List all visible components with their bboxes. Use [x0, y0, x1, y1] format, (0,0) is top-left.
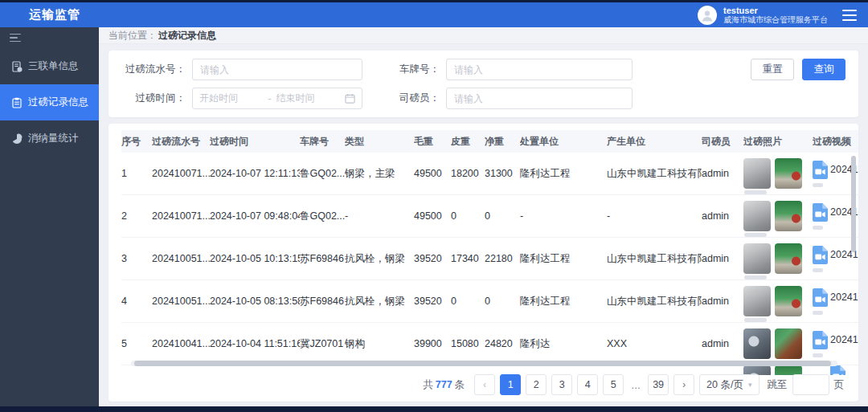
column-header: 司磅员	[702, 135, 743, 149]
page-size-select[interactable]: 20 条/页 ▾	[699, 374, 759, 395]
chevron-left-icon[interactable]: ‹	[474, 374, 495, 395]
jump-suffix: 页	[834, 378, 845, 392]
app-window: 运输监管 testuser 威海市城市综合管理服务平台 三联单信息过磅记录信息消…	[0, 2, 868, 406]
sidebar-menu: 三联单信息过磅记录信息消纳量统计	[0, 48, 99, 157]
pagination-ellipsis[interactable]: ...	[628, 374, 643, 395]
vertical-scrollbar[interactable]	[851, 156, 856, 252]
pagination-page-2[interactable]: 2	[526, 374, 547, 395]
table-header-row: 序号过磅流水号过磅时间车牌号类型毛重皮重净重处置单位产生单位司磅员过磅照片过磅视…	[121, 130, 858, 153]
app-header: 运输监管 testuser 威海市城市综合管理服务平台	[0, 2, 868, 27]
conveyor-photo[interactable]	[775, 328, 802, 359]
column-header: 过磅流水号	[152, 135, 210, 149]
clipboard-icon	[10, 96, 23, 108]
thumbnail-caption	[744, 275, 767, 279]
thumbnail-caption	[744, 318, 767, 322]
cell-disposal: 隆利达工程	[520, 295, 607, 308]
road-photo[interactable]	[743, 286, 771, 316]
pagination-page-39[interactable]: 39	[648, 374, 669, 395]
cell-net: 0	[485, 296, 520, 307]
column-header: 净重	[485, 135, 520, 149]
video-caption	[813, 353, 823, 357]
cell-producer: XXX	[607, 338, 702, 349]
table-row: 2202410071...2024-10-07 09:48:04鲁GQ02...…	[121, 195, 858, 238]
cell-serial: 202410041...	[152, 338, 210, 349]
serial-filter-input[interactable]	[192, 59, 362, 80]
cell-photos	[743, 328, 813, 359]
cell-producer: -	[607, 210, 702, 222]
column-header: 车牌号	[300, 135, 345, 149]
video-filename: 20241005	[830, 292, 858, 303]
column-header: 过磅视频	[813, 135, 858, 149]
video-file-icon	[813, 246, 828, 264]
horizontal-scrollbar-thumb[interactable]	[134, 361, 831, 366]
cell-type: 钢构	[345, 337, 414, 351]
cell-no: 3	[121, 253, 152, 264]
cell-time: 2024-10-05 10:13:15	[210, 253, 300, 264]
cell-weigher: admin	[702, 253, 743, 264]
sidebar-item-2[interactable]: 过磅记录信息	[0, 84, 99, 120]
cell-producer: 山东中凯建工科技有限...	[607, 252, 702, 266]
video-link[interactable]: 20241004	[813, 331, 858, 349]
sidebar-collapse[interactable]	[0, 27, 99, 48]
jump-label: 跳至	[768, 378, 788, 392]
sidebar-item-3[interactable]: 消纳量统计	[0, 120, 99, 157]
column-header: 过磅时间	[210, 135, 300, 149]
reset-button[interactable]: 重置	[751, 59, 794, 80]
video-link[interactable]: 20241005	[813, 288, 858, 307]
people-photo[interactable]	[743, 328, 771, 359]
gate-photo[interactable]	[775, 158, 802, 189]
cell-disposal: -	[520, 210, 607, 222]
time-range-picker[interactable]: 开始时间 - 结束时间	[192, 88, 362, 109]
table-body: 1202410071...2024-10-07 12:11:13鲁GQ02...…	[121, 153, 858, 365]
avatar[interactable]	[698, 6, 717, 25]
column-header: 序号	[121, 135, 152, 149]
cell-producer: 山东中凯建工科技有限...	[607, 295, 702, 308]
road-photo[interactable]	[743, 201, 771, 231]
cell-tare: 0	[451, 210, 485, 222]
jump-page-input[interactable]	[792, 374, 829, 395]
weigher-filter-input[interactable]	[446, 88, 633, 109]
table-row: 3202410051...2024-10-05 10:13:15苏F69846抗…	[121, 238, 858, 280]
cell-photos	[743, 243, 813, 274]
cell-video: 20241005	[813, 288, 858, 315]
cell-tare: 0	[451, 296, 485, 307]
road-photo[interactable]	[743, 243, 771, 274]
cell-no: 1	[121, 168, 152, 179]
user-info[interactable]: testuser 威海市城市综合管理服务平台	[723, 6, 828, 25]
plate-filter-label: 车牌号：	[393, 63, 440, 76]
menu-icon[interactable]	[842, 10, 857, 21]
video-caption	[813, 311, 823, 315]
cell-time: 2024-10-07 12:11:13	[210, 168, 300, 179]
cell-photos	[743, 286, 813, 316]
video-file-icon	[813, 161, 828, 179]
horizontal-scrollbar-track	[131, 361, 837, 366]
cell-gross: 39520	[414, 296, 451, 307]
cell-type: 钢梁，主梁	[345, 167, 414, 181]
cell-disposal: 隆利达工程	[520, 252, 607, 266]
video-file-icon	[813, 203, 828, 222]
gate-photo[interactable]	[775, 286, 802, 316]
records-table-panel: 序号过磅流水号过磅时间车牌号类型毛重皮重净重处置单位产生单位司磅员过磅照片过磅视…	[108, 124, 858, 402]
cell-weigher: admin	[702, 168, 743, 179]
pagination-page-5[interactable]: 5	[603, 374, 624, 395]
serial-filter-label: 过磅流水号：	[121, 63, 186, 76]
chevron-right-icon[interactable]: ›	[674, 374, 694, 395]
cell-weigher: admin	[702, 338, 743, 349]
sidebar-item-1[interactable]: 三联单信息	[0, 48, 99, 84]
end-time-placeholder: 结束时间	[276, 92, 341, 105]
plate-filter-input[interactable]	[446, 59, 633, 80]
column-header: 产生单位	[607, 135, 702, 149]
road-photo[interactable]	[743, 158, 771, 189]
main-content: 当前位置： 过磅记录信息 过磅流水号： 车牌号： 过磅时间： 开始时间 - 结束…	[99, 27, 868, 406]
pagination-page-4[interactable]: 4	[577, 374, 598, 395]
gate-photo[interactable]	[775, 243, 802, 274]
page-size-value: 20 条/页	[706, 378, 743, 392]
cell-gross: 49500	[414, 168, 451, 179]
query-button[interactable]: 查询	[802, 59, 845, 80]
video-file-icon	[813, 331, 828, 349]
pagination-page-1[interactable]: 1	[500, 374, 521, 395]
cell-type: 抗风栓，钢梁	[345, 252, 414, 266]
pagination-page-3[interactable]: 3	[551, 374, 572, 395]
gate-photo[interactable]	[775, 201, 802, 231]
chevron-down-icon: ▾	[748, 381, 752, 389]
